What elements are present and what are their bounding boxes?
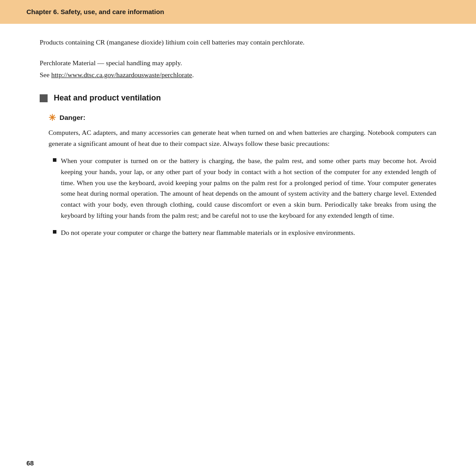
content-area: Products containing CR (manganese dioxid… bbox=[0, 24, 476, 455]
page-container: Chapter 6. Safety, use, and care informa… bbox=[0, 0, 476, 476]
danger-intro-paragraph: Computers, AC adapters, and many accesso… bbox=[48, 127, 436, 149]
section-heading: Heat and product ventilation bbox=[54, 93, 161, 103]
intro-paragraph: Products containing CR (manganese dioxid… bbox=[40, 37, 436, 48]
list-item: When your computer is turned on or the b… bbox=[53, 156, 436, 221]
danger-label-text: Danger: bbox=[60, 114, 86, 122]
perchlorate-block: Perchlorate Material — special handling … bbox=[40, 58, 436, 81]
perchlorate-url[interactable]: http://www.dtsc.ca.gov/hazardouswaste/pe… bbox=[51, 71, 192, 78]
danger-label-row: ✳ Danger: bbox=[48, 112, 436, 123]
bullet-icon bbox=[53, 158, 56, 162]
perchlorate-line1: Perchlorate Material — special handling … bbox=[40, 58, 436, 69]
perchlorate-line2: See http://www.dtsc.ca.gov/hazardouswast… bbox=[40, 70, 436, 81]
bullet-list: When your computer is turned on or the b… bbox=[48, 156, 436, 238]
list-item: Do not operate your computer or charge t… bbox=[53, 227, 436, 238]
bullet-content: When your computer is turned on or the b… bbox=[61, 156, 436, 221]
chapter-header: Chapter 6. Safety, use, and care informa… bbox=[0, 0, 476, 24]
chapter-title: Chapter 6. Safety, use, and care informa… bbox=[26, 8, 164, 15]
perchlorate-prefix: See bbox=[40, 71, 51, 78]
danger-star-icon: ✳ bbox=[48, 112, 56, 123]
page-number: 68 bbox=[26, 459, 34, 467]
section-heading-block: Heat and product ventilation bbox=[40, 93, 436, 103]
perchlorate-period: . bbox=[192, 71, 194, 78]
section-square-icon bbox=[40, 94, 48, 102]
page-number-area: 68 bbox=[0, 455, 476, 476]
bullet-content: Do not operate your computer or charge t… bbox=[61, 227, 436, 238]
danger-block: ✳ Danger: Computers, AC adapters, and ma… bbox=[40, 112, 436, 238]
bullet-icon bbox=[53, 230, 56, 234]
